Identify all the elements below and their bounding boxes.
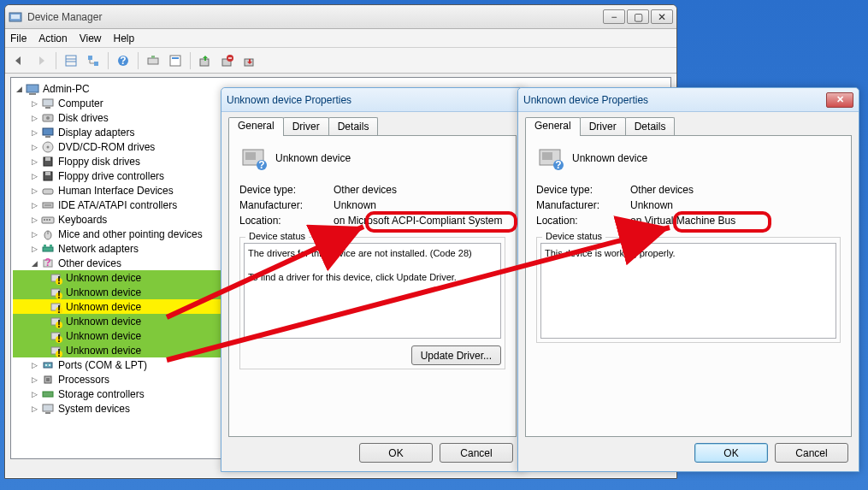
properties-dialog-1[interactable]: Unknown device Properties General Driver… xyxy=(221,87,524,472)
tab-details[interactable]: Details xyxy=(625,117,676,136)
device-name: Unknown device xyxy=(275,152,351,164)
update-driver-button[interactable] xyxy=(195,50,216,71)
manufacturer-value: Unknown xyxy=(630,199,673,211)
expand-icon[interactable]: ▷ xyxy=(30,142,39,151)
cancel-button[interactable]: Cancel xyxy=(440,443,513,463)
svg-rect-5 xyxy=(88,56,92,60)
svg-text:?: ? xyxy=(258,159,264,171)
update-driver-button[interactable]: Update Driver... xyxy=(411,345,501,365)
svg-rect-37 xyxy=(46,219,48,221)
manufacturer-label: Manufacturer: xyxy=(239,199,334,211)
svg-rect-25 xyxy=(45,136,50,138)
expand-icon[interactable]: ▷ xyxy=(30,156,39,166)
unknown-device-icon: ! xyxy=(49,300,62,314)
minimize-button[interactable]: − xyxy=(603,9,625,24)
expand-icon[interactable]: ▷ xyxy=(30,127,39,137)
expand-icon[interactable]: ▷ xyxy=(30,375,39,384)
expand-icon[interactable]: ▷ xyxy=(30,404,39,413)
tab-driver[interactable]: Driver xyxy=(580,117,626,136)
other-devices-icon: ? xyxy=(41,257,55,270)
mouse-icon xyxy=(41,227,55,241)
svg-rect-32 xyxy=(43,189,53,194)
cancel-button[interactable]: Cancel xyxy=(775,443,848,463)
tab-general[interactable]: General xyxy=(228,117,284,136)
properties-dialog-2[interactable]: Unknown device Properties ✕ General Driv… xyxy=(517,87,859,472)
unknown-device-icon: ! xyxy=(49,329,62,343)
expand-icon[interactable]: ▷ xyxy=(30,171,39,180)
dialog-titlebar[interactable]: Unknown device Properties ✕ xyxy=(518,88,859,112)
expand-icon[interactable]: ◢ xyxy=(15,84,24,93)
help-button[interactable]: ? xyxy=(113,50,133,71)
maximize-button[interactable]: ▢ xyxy=(627,9,649,24)
tab-panel-general: ? Unknown device Device type:Other devic… xyxy=(228,135,517,437)
computer-icon xyxy=(26,82,39,96)
storage-controller-icon xyxy=(41,387,55,401)
tab-driver[interactable]: Driver xyxy=(283,117,329,136)
expand-icon[interactable]: ▷ xyxy=(30,200,39,210)
svg-rect-9 xyxy=(148,58,158,64)
svg-text:!: ! xyxy=(57,333,61,343)
tab-details[interactable]: Details xyxy=(328,117,379,136)
expand-icon[interactable]: ▷ xyxy=(30,186,39,195)
expand-icon[interactable]: ▷ xyxy=(30,113,39,122)
display-adapter-icon xyxy=(41,126,55,139)
disk-icon xyxy=(41,111,55,125)
svg-rect-73 xyxy=(245,152,256,160)
detail-view-button[interactable] xyxy=(61,50,81,71)
svg-rect-12 xyxy=(172,57,179,59)
tab-panel-general: ? Unknown device Device type:Other devic… xyxy=(525,135,852,437)
close-button[interactable]: ✕ xyxy=(651,9,673,24)
svg-rect-69 xyxy=(43,392,53,397)
svg-rect-42 xyxy=(44,245,46,247)
ok-button[interactable]: OK xyxy=(694,443,768,463)
menu-file[interactable]: File xyxy=(10,32,27,44)
menu-help[interactable]: Help xyxy=(114,32,135,44)
ports-icon xyxy=(41,358,55,372)
forward-button[interactable] xyxy=(31,50,51,71)
back-button[interactable] xyxy=(9,50,29,71)
svg-rect-29 xyxy=(45,157,50,161)
dialog-titlebar[interactable]: Unknown device Properties xyxy=(221,88,523,112)
expand-icon[interactable]: ▷ xyxy=(30,244,39,253)
menu-view[interactable]: View xyxy=(80,32,102,44)
expand-icon[interactable]: ▷ xyxy=(30,389,39,398)
svg-rect-21 xyxy=(45,107,50,109)
uninstall-button[interactable] xyxy=(217,50,238,71)
svg-text:?: ? xyxy=(120,55,126,67)
svg-point-66 xyxy=(49,364,50,366)
titlebar[interactable]: Device Manager − ▢ ✕ xyxy=(5,5,676,29)
close-button[interactable]: ✕ xyxy=(826,92,853,108)
device-name: Unknown device xyxy=(572,152,647,164)
ok-button[interactable]: OK xyxy=(359,443,433,463)
device-status-group: Device status This device is working pro… xyxy=(536,237,841,343)
app-icon xyxy=(9,10,22,24)
expand-icon[interactable]: ▷ xyxy=(30,360,39,369)
expand-icon[interactable]: ▷ xyxy=(30,98,39,108)
scan-hardware-button[interactable] xyxy=(143,50,163,71)
svg-rect-19 xyxy=(29,93,36,95)
device-status-box[interactable]: The drivers for this device are not inst… xyxy=(244,243,501,339)
tree-view-button[interactable] xyxy=(83,50,103,71)
disable-button[interactable] xyxy=(239,50,260,71)
expand-icon[interactable]: ▷ xyxy=(30,215,39,224)
device-status-legend: Device status xyxy=(542,231,605,241)
device-status-group: Device status The drivers for this devic… xyxy=(239,237,505,369)
collapse-icon[interactable]: ◢ xyxy=(30,258,39,268)
device-big-icon: ? xyxy=(536,145,564,172)
svg-text:!: ! xyxy=(57,304,61,314)
svg-rect-1 xyxy=(11,15,20,19)
processor-icon xyxy=(41,373,55,387)
expand-icon[interactable]: ▷ xyxy=(30,229,39,239)
svg-rect-38 xyxy=(49,219,50,221)
svg-point-65 xyxy=(45,364,47,366)
properties-button[interactable] xyxy=(165,50,186,71)
svg-text:!: ! xyxy=(57,275,61,285)
svg-rect-68 xyxy=(46,378,50,381)
svg-rect-20 xyxy=(43,99,53,106)
svg-rect-10 xyxy=(151,56,155,58)
tab-general[interactable]: General xyxy=(525,117,581,136)
menu-action[interactable]: Action xyxy=(38,32,67,44)
unknown-device-icon: ! xyxy=(49,315,62,328)
device-status-box[interactable]: This device is working properly. xyxy=(540,243,836,339)
svg-text:!: ! xyxy=(57,289,61,299)
